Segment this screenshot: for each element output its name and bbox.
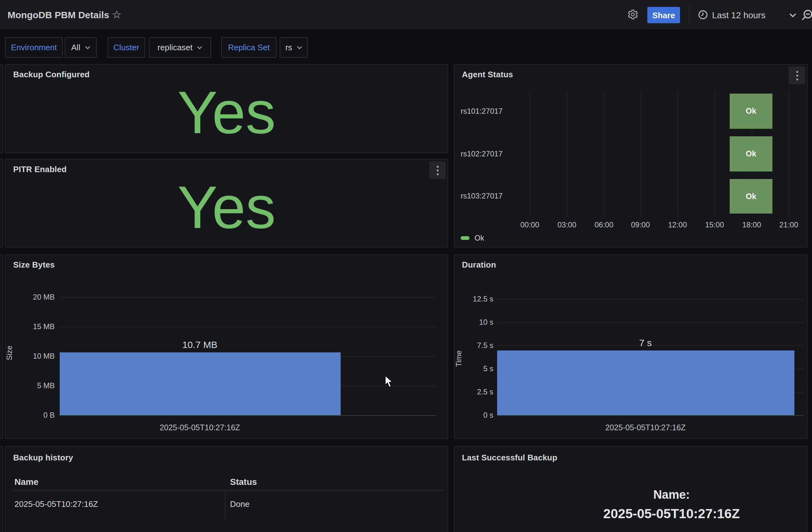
- gridline: [530, 91, 531, 217]
- legend-label: Ok: [475, 234, 484, 242]
- x-tick: 06:00: [595, 220, 613, 229]
- panel-pitr-enabled: PITR Enabled Yes: [5, 159, 448, 248]
- x-tick: 15:00: [705, 220, 724, 229]
- y-tick: 5 MB: [11, 381, 55, 390]
- axis-baseline: [497, 415, 804, 416]
- panel-last-successful-backup: Last Successful Backup Name: 2025-05-05T…: [454, 446, 808, 532]
- table-cell-name[interactable]: 2025-05-05T10:27:16Z: [14, 499, 98, 509]
- nav-divider: [689, 6, 690, 25]
- x-tick: 18:00: [742, 220, 761, 229]
- chevron-down-icon: [85, 46, 90, 49]
- dashboard-title: MongoDB PBM Details: [8, 10, 109, 20]
- legend-ok-swatch: [461, 236, 469, 240]
- chevron-down-icon: [197, 46, 203, 49]
- y-tick: 7.5 s: [449, 341, 493, 350]
- legend[interactable]: Ok: [461, 234, 484, 242]
- host-label: rs102:27017: [461, 149, 503, 158]
- table-column-divider: [225, 490, 226, 520]
- top-nav: MongoDB PBM Details ☆ Share Last 12 hour…: [0, 0, 812, 30]
- table-cell-status[interactable]: Done: [230, 499, 249, 509]
- x-tick: 00:00: [520, 220, 539, 229]
- last-backup-name-value: 2025-05-05T10:27:16Z: [536, 506, 807, 521]
- status-cell[interactable]: Ok: [730, 136, 772, 172]
- axis-baseline: [60, 415, 436, 416]
- y-tick: 2.5 s: [449, 387, 493, 396]
- share-button[interactable]: Share: [647, 7, 680, 23]
- filter-environment-value[interactable]: All: [65, 37, 97, 58]
- panel-title: Duration: [462, 260, 496, 269]
- host-label: rs103:27017: [461, 192, 503, 201]
- panel-size-bytes: Size Bytes Size 20 MB 15 MB 10 MB 5 MB 0…: [5, 254, 448, 439]
- gridline: [714, 91, 715, 217]
- panel-agent-status: Agent Status rs101:27017 rs102:27017 rs1…: [454, 64, 808, 248]
- gridline: [604, 91, 605, 217]
- panel-title: Agent Status: [462, 70, 513, 79]
- chevron-down-icon: [296, 46, 302, 49]
- x-category-label: 2025-05-05T10:27:16Z: [160, 423, 240, 432]
- panel-title: Size Bytes: [13, 260, 55, 269]
- bar-value-label: 10.7 MB: [182, 339, 217, 350]
- status-cell[interactable]: Ok: [730, 93, 772, 129]
- gridline: [678, 91, 678, 217]
- filter-replicaset-label[interactable]: Replica Set: [221, 37, 277, 58]
- y-tick: 20 MB: [11, 293, 55, 301]
- x-category-label: 2025-05-05T10:27:16Z: [605, 423, 686, 432]
- gear-settings-icon[interactable]: [627, 9, 639, 20]
- y-tick: 15 MB: [11, 322, 55, 331]
- y-tick: 0 s: [449, 411, 493, 419]
- star-favorite-icon[interactable]: ☆: [112, 8, 121, 21]
- size-bar[interactable]: [60, 352, 340, 415]
- backup-configured-value: Yes: [6, 75, 448, 150]
- clock-icon: [698, 10, 708, 20]
- filter-replicaset-value[interactable]: rs: [280, 37, 308, 58]
- duration-bar[interactable]: [497, 351, 794, 415]
- gridline: [60, 327, 436, 327]
- x-tick: 09:00: [631, 220, 650, 229]
- y-tick: 0 B: [11, 411, 55, 419]
- column-header-status[interactable]: Status: [230, 477, 257, 487]
- y-tick: 5 s: [449, 364, 493, 373]
- gridline: [497, 299, 804, 300]
- panel-duration: Duration Time 12.5 s 10 s 7.5 s 5 s 2.5 …: [454, 254, 808, 439]
- x-tick: 21:00: [779, 220, 798, 229]
- offscreen-panel-edge: [0, 64, 3, 153]
- panel-menu-kebab-icon[interactable]: [789, 66, 805, 84]
- gridline: [640, 91, 641, 217]
- offscreen-panel-edge: [0, 446, 3, 532]
- filter-cluster-label[interactable]: Cluster: [107, 37, 145, 58]
- gridline: [567, 91, 567, 217]
- pitr-enabled-value: Yes: [6, 169, 448, 244]
- time-range-picker[interactable]: Last 12 hours: [712, 10, 766, 20]
- offscreen-panel-edge: [0, 159, 3, 248]
- gridline: [60, 297, 436, 298]
- y-tick: 12.5 s: [449, 295, 493, 304]
- y-tick: 10 s: [449, 318, 493, 327]
- gridline: [497, 322, 804, 323]
- filter-environment-label[interactable]: Environment: [5, 37, 63, 58]
- last-backup-stat: Name: 2025-05-05T10:27:16Z: [536, 488, 807, 521]
- zoom-out-icon[interactable]: [801, 9, 812, 21]
- column-header-name[interactable]: Name: [14, 477, 38, 487]
- chevron-down-icon[interactable]: [789, 13, 796, 18]
- table-header-divider: [13, 490, 444, 490]
- panel-title: Last Successful Backup: [462, 453, 557, 462]
- last-backup-name-label: Name:: [536, 488, 807, 502]
- status-cell[interactable]: Ok: [730, 179, 772, 213]
- panel-backup-configured: Backup Configured Yes: [5, 64, 448, 153]
- panel-title: Backup history: [13, 453, 73, 462]
- filter-cluster-value[interactable]: replicaset: [149, 37, 211, 58]
- gridline: [789, 91, 789, 217]
- host-label: rs101:27017: [461, 107, 503, 116]
- x-tick: 12:00: [668, 220, 687, 229]
- x-tick: 03:00: [557, 220, 576, 229]
- grafana-dashboard: MongoDB PBM Details ☆ Share Last 12 hour…: [0, 0, 812, 532]
- offscreen-panel-edge: [0, 254, 3, 439]
- panel-backup-history: Backup history Name Status 2025-05-05T10…: [5, 446, 448, 532]
- y-tick: 10 MB: [11, 352, 55, 360]
- bar-value-label: 7 s: [639, 337, 652, 348]
